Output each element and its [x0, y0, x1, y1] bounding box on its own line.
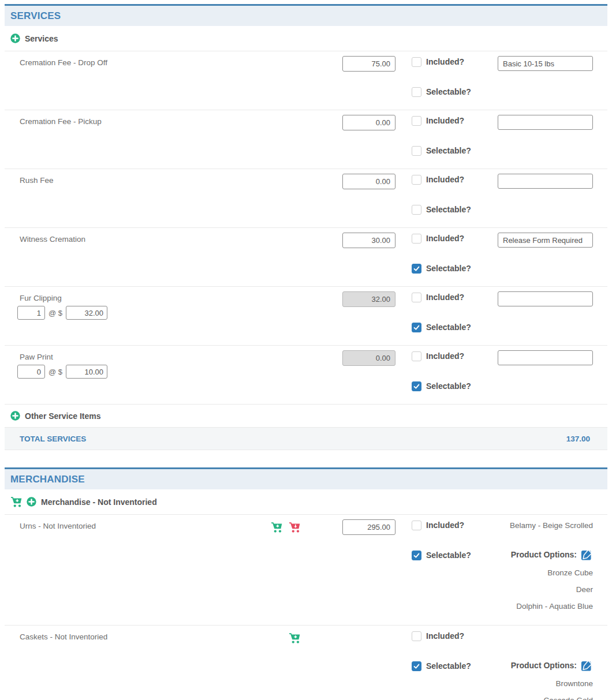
included-checkbox[interactable]: [412, 175, 421, 185]
price-input[interactable]: [342, 174, 395, 189]
other-service-items-label: Other Service Items: [25, 411, 101, 421]
services-section: SERVICES Services Cremation Fee - Drop O…: [5, 4, 607, 450]
services-group-row: Services: [5, 26, 607, 51]
service-label: Cremation Fee - Pickup: [20, 117, 342, 126]
included-label: Included?: [426, 57, 464, 66]
total-services-label: TOTAL SERVICES: [20, 435, 86, 443]
merchandise-label: Urns - Not Inventoried: [20, 522, 271, 533]
included-checkbox[interactable]: [412, 631, 421, 641]
selected-product-label: [498, 630, 593, 642]
selectable-checkbox[interactable]: [412, 381, 421, 391]
cart-plus-icon[interactable]: [10, 497, 22, 507]
services-group-label: Services: [25, 34, 58, 43]
merchandise-group-label: Merchandise - Not Inventoried: [41, 497, 157, 507]
included-label: Included?: [426, 234, 464, 243]
included-checkbox[interactable]: [412, 293, 421, 302]
included-label: Included?: [426, 631, 464, 641]
selectable-label: Selectable?: [426, 323, 471, 332]
selectable-checkbox[interactable]: [412, 323, 421, 332]
selectable-checkbox[interactable]: [412, 87, 421, 97]
selectable-checkbox[interactable]: [412, 264, 421, 274]
selectable-label: Selectable?: [426, 146, 471, 155]
merchandise-row: Caskets - Not Inventoried Included? Sele…: [5, 625, 607, 700]
add-other-service-icon[interactable]: [10, 411, 20, 421]
note-input[interactable]: [498, 291, 593, 306]
note-input[interactable]: [498, 115, 593, 130]
product-option: Dolphin - Aquatic Blue: [498, 602, 593, 611]
selectable-label: Selectable?: [426, 205, 471, 214]
note-input[interactable]: [498, 233, 593, 248]
service-label: Paw Print: [20, 353, 342, 361]
service-row: Cremation Fee - Pickup Included? Selecta…: [5, 110, 607, 169]
product-option: Bronze Cube: [498, 568, 593, 578]
unit-price-input[interactable]: [66, 306, 107, 320]
selected-product-label: Belamy - Beige Scrolled: [498, 519, 593, 531]
total-services-row: TOTAL SERVICES 137.00: [5, 427, 607, 450]
product-options-label: Product Options:: [511, 550, 577, 559]
service-row: Cremation Fee - Drop Off Included? Selec…: [5, 51, 607, 110]
service-row: Paw Print @ $ Included? Selectable?: [5, 345, 607, 404]
price-input: [342, 350, 395, 366]
price-input[interactable]: [342, 233, 395, 248]
service-label: Rush Fee: [20, 176, 342, 185]
price-input[interactable]: [342, 519, 395, 535]
cart-plus-icon[interactable]: [289, 633, 300, 643]
other-service-items-row: Other Service Items: [5, 404, 607, 427]
included-label: Included?: [426, 293, 464, 302]
price-input: [342, 291, 395, 307]
product-option: Browntone: [498, 679, 593, 688]
selectable-label: Selectable?: [426, 551, 471, 560]
merchandise-section: MERCHANDISE Merchandise - Not Inventorie…: [5, 467, 607, 700]
merchandise-label: Caskets - Not Inventoried: [20, 632, 289, 643]
included-checkbox[interactable]: [412, 57, 421, 67]
service-row: Rush Fee Included? Selectable?: [5, 169, 607, 227]
price-input[interactable]: [342, 115, 395, 130]
product-options-label: Product Options:: [511, 661, 577, 670]
total-services-value: 137.00: [566, 435, 590, 443]
included-label: Included?: [426, 175, 464, 184]
qty-at-label: @ $: [48, 309, 62, 317]
service-label: Cremation Fee - Drop Off: [20, 58, 342, 67]
unit-price-input[interactable]: [66, 365, 107, 379]
product-option: Cascade Gold: [498, 696, 593, 700]
included-label: Included?: [426, 521, 464, 530]
cart-arrow-down-icon[interactable]: [289, 522, 300, 533]
selectable-label: Selectable?: [426, 661, 471, 671]
cart-plus-icon[interactable]: [271, 522, 282, 533]
service-row: Witness Cremation Included? Selectable?: [5, 227, 607, 286]
selectable-checkbox[interactable]: [412, 205, 421, 215]
selectable-checkbox[interactable]: [412, 146, 421, 156]
price-input[interactable]: [342, 56, 395, 72]
included-checkbox[interactable]: [412, 351, 421, 361]
qty-at-label: @ $: [48, 368, 62, 376]
qty-input[interactable]: [17, 306, 45, 320]
selectable-label: Selectable?: [426, 381, 471, 391]
service-label: Witness Cremation: [20, 235, 342, 244]
included-label: Included?: [426, 351, 464, 361]
selectable-label: Selectable?: [426, 87, 471, 96]
selectable-checkbox[interactable]: [412, 661, 421, 671]
add-service-icon[interactable]: [10, 33, 20, 43]
selectable-checkbox[interactable]: [412, 551, 421, 560]
service-label: Fur Clipping: [20, 294, 342, 302]
service-row: Fur Clipping @ $ Included? Selectable?: [5, 286, 607, 345]
edit-product-options-icon[interactable]: [581, 660, 593, 671]
included-checkbox[interactable]: [412, 521, 421, 530]
qty-input[interactable]: [17, 365, 45, 379]
merchandise-group-row: Merchandise - Not Inventoried: [5, 489, 607, 514]
note-input[interactable]: [498, 350, 593, 365]
product-option: Deer: [498, 585, 593, 594]
included-label: Included?: [426, 116, 464, 125]
note-input[interactable]: [498, 56, 593, 71]
merchandise-section-title: MERCHANDISE: [5, 469, 607, 489]
included-checkbox[interactable]: [412, 234, 421, 244]
add-merchandise-icon[interactable]: [27, 497, 36, 507]
selectable-label: Selectable?: [426, 264, 471, 273]
edit-product-options-icon[interactable]: [581, 549, 593, 560]
services-section-title: SERVICES: [5, 6, 607, 26]
merchandise-row: Urns - Not Inventoried Included?: [5, 514, 607, 625]
pricing-page: SERVICES Services Cremation Fee - Drop O…: [5, 4, 607, 700]
note-input[interactable]: [498, 174, 593, 189]
included-checkbox[interactable]: [412, 116, 421, 126]
